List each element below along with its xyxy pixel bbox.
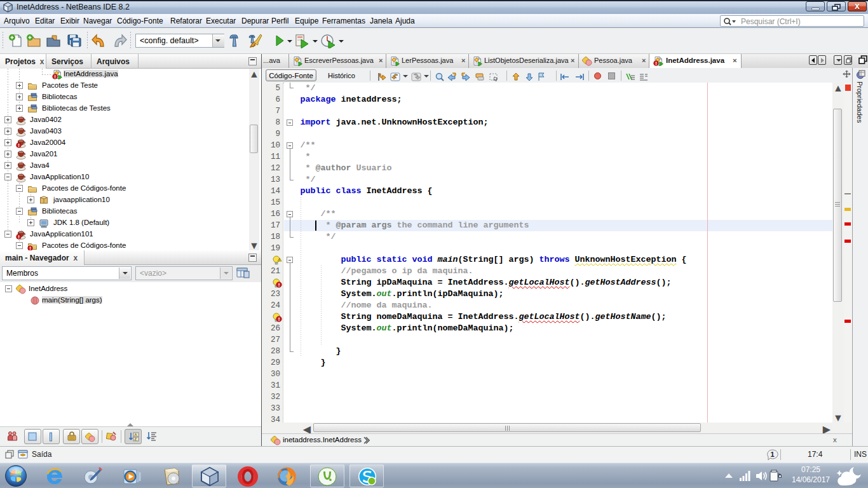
svg-text:1: 1 [771, 451, 775, 458]
svg-text:!: ! [279, 258, 280, 262]
svg-text:A: A [135, 433, 137, 437]
svg-text:Z: Z [135, 437, 137, 441]
